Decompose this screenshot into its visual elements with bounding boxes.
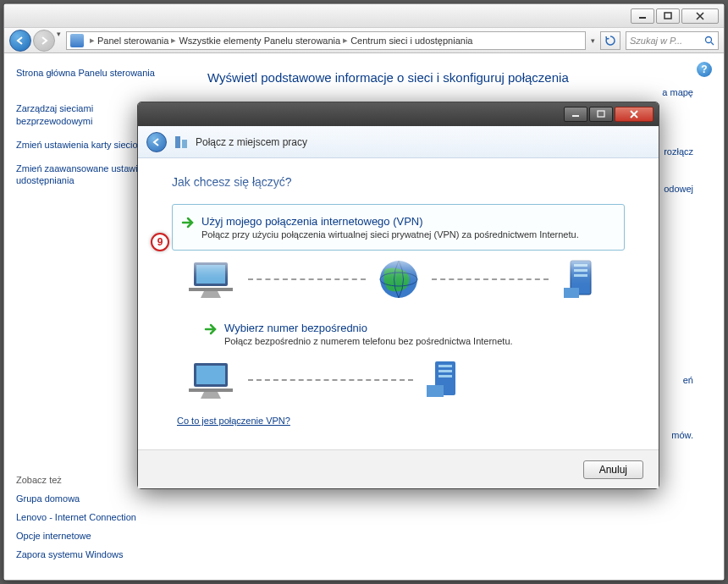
dialog-minimize-button[interactable] bbox=[564, 107, 587, 122]
connect-workplace-dialog: Połącz z miejscem pracy Jak chcesz się ł… bbox=[137, 102, 659, 489]
dialog-titlebar bbox=[138, 102, 659, 126]
breadcrumb-item[interactable]: Centrum sieci i udostępniania bbox=[350, 36, 472, 46]
maximize-icon bbox=[664, 12, 672, 20]
option-vpn-title: Użyj mojego połączenia internetowego (VP… bbox=[201, 215, 612, 228]
svg-rect-17 bbox=[564, 288, 579, 298]
close-icon bbox=[629, 110, 639, 118]
svg-rect-24 bbox=[438, 375, 452, 377]
globe-icon bbox=[372, 259, 425, 300]
page-title: Wyświetl podstawowe informacje o sieci i… bbox=[207, 70, 698, 85]
search-icon bbox=[704, 36, 714, 46]
svg-rect-3 bbox=[572, 115, 579, 117]
svg-rect-15 bbox=[574, 269, 587, 272]
minimize-icon bbox=[571, 111, 580, 118]
svg-rect-8 bbox=[196, 265, 225, 284]
arrow-right-icon bbox=[181, 217, 195, 229]
svg-point-2 bbox=[706, 36, 712, 42]
svg-rect-22 bbox=[438, 365, 452, 367]
nav-back-button[interactable] bbox=[9, 30, 31, 52]
search-placeholder: Szukaj w P... bbox=[630, 36, 682, 46]
svg-rect-5 bbox=[175, 136, 180, 148]
dialog-heading: Jak chcesz się łączyć? bbox=[172, 175, 625, 189]
svg-rect-0 bbox=[639, 17, 646, 19]
sidebar-link-home[interactable]: Strona główna Panelu sterowania bbox=[16, 67, 170, 79]
nav-forward-button[interactable] bbox=[33, 30, 55, 52]
cancel-button[interactable]: Anuluj bbox=[583, 460, 643, 479]
arrow-left-icon bbox=[15, 36, 25, 46]
bg-link[interactable]: rozłącz bbox=[664, 146, 693, 157]
svg-rect-20 bbox=[189, 388, 233, 392]
option-dialup[interactable]: Wybierz numer bezpośrednio Połącz bezpoś… bbox=[172, 315, 625, 353]
nav-arrows: ▾ bbox=[9, 30, 61, 52]
minimize-icon bbox=[638, 13, 647, 19]
svg-rect-16 bbox=[574, 274, 587, 277]
chevron-right-icon: ▸ bbox=[171, 35, 176, 46]
chevron-right-icon: ▸ bbox=[343, 35, 348, 46]
what-is-vpn-link[interactable]: Co to jest połączenie VPN? bbox=[177, 416, 625, 426]
connection-line bbox=[432, 278, 549, 280]
option-vpn-desc: Połącz przy użyciu połączenia wirtualnej… bbox=[201, 229, 612, 240]
dialog-title: Połącz z miejscem pracy bbox=[196, 136, 307, 148]
svg-rect-9 bbox=[189, 288, 233, 291]
computer-icon bbox=[189, 259, 241, 300]
svg-rect-6 bbox=[182, 140, 187, 148]
connection-line bbox=[248, 379, 413, 381]
arrow-right-icon bbox=[39, 36, 49, 46]
bg-link: mów. bbox=[671, 430, 693, 440]
refresh-icon bbox=[604, 35, 616, 47]
connection-line bbox=[248, 278, 366, 280]
bg-link[interactable]: a mapę bbox=[662, 87, 693, 97]
breadcrumb-item[interactable]: Panel sterowania bbox=[97, 36, 168, 46]
step-callout-9: 9 bbox=[151, 233, 169, 251]
bg-link[interactable]: odowej bbox=[664, 184, 693, 194]
server-icon bbox=[555, 259, 608, 300]
vpn-illustration bbox=[172, 259, 625, 315]
svg-rect-23 bbox=[438, 370, 452, 372]
dialog-footer: Anuluj bbox=[138, 449, 659, 488]
maximize-icon bbox=[597, 110, 605, 118]
computer-icon bbox=[189, 360, 241, 400]
see-link-homegroup[interactable]: Grupa domowa bbox=[16, 493, 170, 504]
arrow-left-icon bbox=[152, 137, 162, 147]
maximize-button[interactable] bbox=[656, 8, 680, 24]
server-icon bbox=[420, 360, 472, 400]
svg-rect-1 bbox=[665, 13, 671, 19]
search-input[interactable]: Szukaj w P... bbox=[626, 31, 719, 50]
option-dialup-title: Wybierz numer bezpośrednio bbox=[224, 322, 613, 334]
dialog-header: Połącz z miejscem pracy bbox=[138, 126, 659, 158]
svg-rect-14 bbox=[574, 264, 587, 267]
chevron-down-icon[interactable]: ▾ bbox=[591, 36, 595, 45]
svg-rect-4 bbox=[598, 111, 604, 117]
chevron-right-icon: ▸ bbox=[90, 35, 95, 46]
svg-rect-19 bbox=[196, 366, 225, 384]
close-icon bbox=[695, 12, 705, 20]
dialog-maximize-button[interactable] bbox=[589, 107, 613, 122]
dialup-illustration bbox=[172, 360, 625, 416]
arrow-right-icon bbox=[204, 323, 218, 335]
breadcrumb-item[interactable]: Wszystkie elementy Panelu sterowania bbox=[179, 36, 340, 46]
see-link-internet-options[interactable]: Opcje internetowe bbox=[16, 531, 170, 541]
location-icon bbox=[70, 34, 84, 47]
bg-link: eń bbox=[683, 375, 693, 385]
minimize-button[interactable] bbox=[631, 8, 654, 24]
navbar: ▾ ▸ Panel sterowania ▸ Wszystkie element… bbox=[4, 28, 724, 53]
breadcrumb[interactable]: ▸ Panel sterowania ▸ Wszystkie elementy … bbox=[66, 31, 586, 50]
see-link-firewall[interactable]: Zapora systemu Windows bbox=[16, 549, 170, 559]
outer-titlebar bbox=[4, 4, 724, 28]
see-link-lenovo[interactable]: Lenovo - Internet Connection bbox=[16, 512, 170, 522]
option-vpn[interactable]: Użyj mojego połączenia internetowego (VP… bbox=[172, 204, 625, 251]
dialog-back-button[interactable] bbox=[146, 132, 167, 152]
workplace-icon bbox=[174, 135, 189, 150]
dialog-close-button[interactable] bbox=[615, 107, 654, 122]
help-icon[interactable]: ? bbox=[697, 62, 712, 77]
dialog-body: Jak chcesz się łączyć? Użyj mojego połąc… bbox=[138, 158, 659, 436]
refresh-button[interactable] bbox=[600, 31, 620, 50]
chevron-down-icon[interactable]: ▾ bbox=[57, 30, 61, 52]
svg-rect-25 bbox=[427, 385, 444, 397]
option-dialup-desc: Połącz bezpośrednio z numerem telefonu b… bbox=[224, 336, 613, 346]
close-button[interactable] bbox=[681, 8, 719, 24]
